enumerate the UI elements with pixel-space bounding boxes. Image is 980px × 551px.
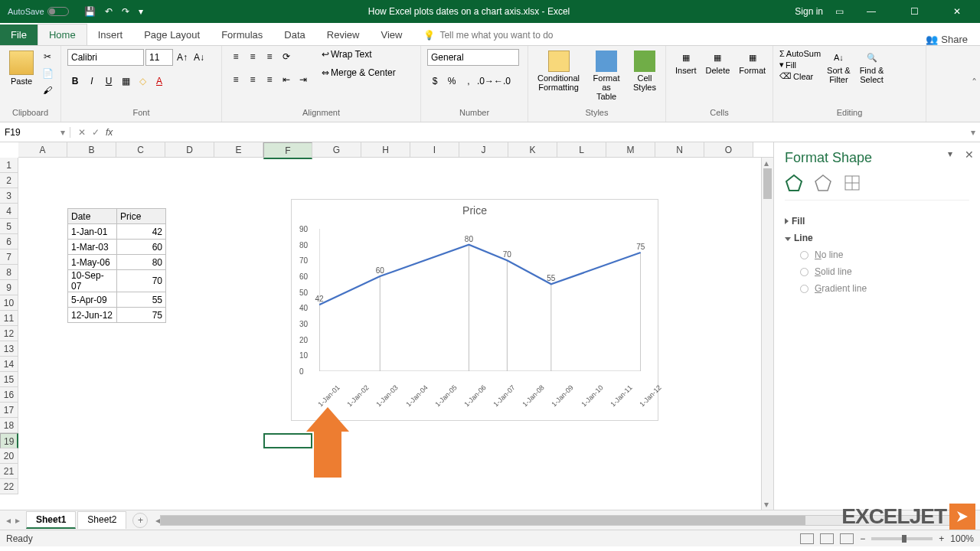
column-header[interactable]: O: [704, 142, 753, 157]
undo-icon[interactable]: ↶: [105, 6, 113, 17]
row-header[interactable]: 6: [0, 234, 18, 249]
row-header[interactable]: 8: [0, 265, 18, 280]
format-cells-button[interactable]: ▦Format: [736, 49, 769, 77]
expand-formula-icon[interactable]: ▾: [966, 127, 980, 138]
autosave-toggle[interactable]: AutoSave: [8, 7, 69, 16]
cancel-formula-icon[interactable]: ✕: [78, 127, 86, 138]
scroll-up-icon[interactable]: ▴: [764, 158, 769, 168]
minimize-button[interactable]: —: [856, 6, 887, 17]
ribbon-display-icon[interactable]: ▭: [835, 6, 844, 17]
fx-icon[interactable]: fx: [106, 127, 117, 138]
copy-icon[interactable]: 📄: [40, 66, 55, 81]
share-button[interactable]: 👥Share: [926, 34, 980, 45]
tab-data[interactable]: Data: [273, 24, 315, 45]
column-header[interactable]: A: [18, 142, 67, 157]
column-header[interactable]: M: [606, 142, 655, 157]
fill-color-icon[interactable]: ◇: [135, 73, 150, 89]
column-header[interactable]: B: [67, 142, 116, 157]
column-header[interactable]: J: [459, 142, 508, 157]
redo-icon[interactable]: ↷: [122, 6, 129, 17]
column-header[interactable]: F: [263, 142, 312, 159]
format-painter-icon[interactable]: 🖌: [40, 83, 55, 98]
align-left-icon[interactable]: ≡: [228, 72, 243, 87]
find-select-button[interactable]: 🔍Find & Select: [857, 49, 887, 86]
collapse-ribbon-icon[interactable]: ˄: [972, 77, 977, 89]
comma-icon[interactable]: ,: [461, 73, 476, 89]
pane-options-icon[interactable]: ▾: [948, 148, 952, 159]
row-header[interactable]: 9: [0, 280, 18, 295]
pane-close-icon[interactable]: ✕: [965, 148, 974, 161]
tab-home[interactable]: Home: [38, 24, 87, 45]
row-header[interactable]: 5: [0, 219, 18, 234]
delete-cells-button[interactable]: ▦Delete: [703, 49, 733, 77]
normal-view-icon[interactable]: [800, 533, 814, 544]
table-cell[interactable]: 60: [117, 240, 166, 255]
data-label[interactable]: 60: [376, 266, 384, 275]
font-color-icon[interactable]: A: [152, 73, 167, 89]
borders-icon[interactable]: ▦: [118, 73, 133, 89]
zoom-slider[interactable]: [871, 537, 933, 540]
increase-decimal-icon[interactable]: .0→: [478, 73, 493, 89]
table-cell[interactable]: 1-Jan-01: [68, 224, 117, 240]
data-label[interactable]: 75: [636, 243, 645, 251]
align-middle-icon[interactable]: ≡: [245, 49, 260, 64]
tab-file[interactable]: File: [0, 24, 38, 45]
merge-center-button[interactable]: ⇔ Merge & Center: [322, 67, 396, 78]
table-cell[interactable]: 70: [117, 270, 166, 292]
chart[interactable]: Price 01020304050607080901-Jan-011-Jan-0…: [291, 199, 658, 421]
row-header[interactable]: 17: [0, 403, 18, 418]
column-header[interactable]: I: [410, 142, 459, 157]
cut-icon[interactable]: ✂: [40, 49, 55, 64]
increase-font-icon[interactable]: A↑: [175, 50, 190, 65]
row-header[interactable]: 16: [0, 387, 18, 403]
cell-styles-button[interactable]: Cell Styles: [630, 49, 659, 93]
column-header[interactable]: G: [312, 142, 361, 157]
conditional-formatting-button[interactable]: Conditional Formatting: [534, 49, 583, 93]
font-name-select[interactable]: [67, 49, 144, 66]
size-properties-tab-icon[interactable]: [843, 174, 861, 192]
align-center-icon[interactable]: ≡: [245, 72, 260, 87]
table-cell[interactable]: 5-Apr-09: [68, 292, 117, 308]
fill-button[interactable]: ▾ Fill: [779, 60, 821, 70]
column-header[interactable]: N: [655, 142, 704, 157]
sort-filter-button[interactable]: A↓Sort & Filter: [824, 49, 854, 86]
autosum-button[interactable]: Σ AutoSum: [779, 49, 821, 58]
vertical-scrollbar[interactable]: ▴ ▾: [761, 158, 773, 510]
number-format-select[interactable]: [427, 49, 519, 66]
name-box-input[interactable]: [5, 127, 51, 138]
row-header[interactable]: 14: [0, 357, 18, 372]
chart-title[interactable]: Price: [292, 200, 658, 221]
fill-section[interactable]: Fill: [785, 213, 969, 230]
sheet-nav-prev-icon[interactable]: ◂: [6, 515, 11, 526]
row-header[interactable]: 12: [0, 326, 18, 341]
row-header[interactable]: 15: [0, 372, 18, 387]
percent-icon[interactable]: %: [444, 73, 459, 89]
row-header[interactable]: 11: [0, 311, 18, 326]
column-header[interactable]: C: [116, 142, 165, 157]
fill-line-tab-icon[interactable]: [785, 174, 803, 192]
insert-cells-button[interactable]: ▦Insert: [672, 49, 700, 77]
page-layout-view-icon[interactable]: [820, 533, 834, 544]
row-header[interactable]: 1: [0, 158, 18, 173]
bold-button[interactable]: B: [67, 73, 83, 89]
row-header[interactable]: 20: [0, 448, 18, 464]
tell-me[interactable]: 💡Tell me what you want to do: [413, 25, 564, 45]
spreadsheet-grid[interactable]: ABCDEFGHIJKLMNO 123456789101112131415161…: [0, 142, 773, 510]
table-cell[interactable]: 75: [117, 308, 166, 323]
format-as-table-button[interactable]: Format as Table: [586, 49, 627, 103]
sheet-nav-next-icon[interactable]: ▸: [15, 515, 20, 526]
table-cell[interactable]: 10-Sep-07: [68, 270, 117, 292]
currency-icon[interactable]: $: [427, 73, 443, 89]
underline-button[interactable]: U: [101, 73, 116, 89]
scroll-thumb[interactable]: [763, 168, 772, 199]
gradient-line-radio[interactable]: Gradient line: [785, 280, 969, 297]
chart-line-series[interactable]: [319, 229, 641, 371]
effects-tab-icon[interactable]: [814, 174, 832, 192]
tab-page-layout[interactable]: Page Layout: [133, 24, 211, 45]
data-label[interactable]: 55: [547, 274, 555, 282]
decrease-decimal-icon[interactable]: ←.0: [495, 73, 510, 89]
sheet-tab[interactable]: Sheet1: [26, 511, 76, 529]
wrap-text-button[interactable]: ↩ Wrap Text: [322, 49, 396, 60]
row-header[interactable]: 7: [0, 249, 18, 265]
close-button[interactable]: ✕: [942, 6, 972, 17]
